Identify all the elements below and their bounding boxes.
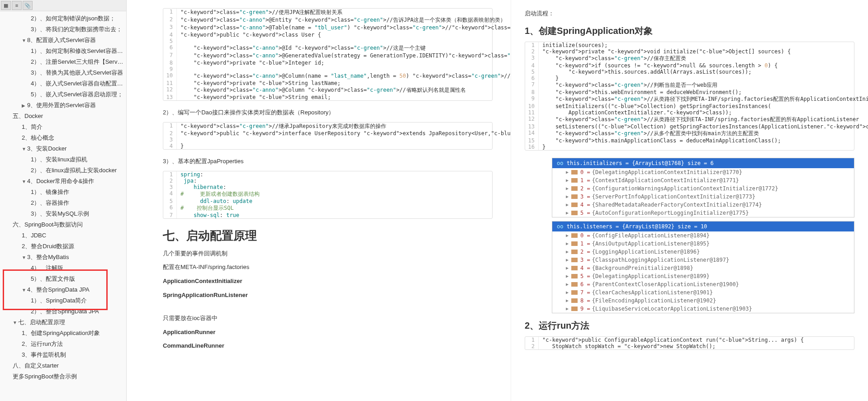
debug-row[interactable]: ▶5 = {DelegatingApplicationListener@1899… bbox=[552, 272, 854, 280]
tree-item[interactable]: 3）、替换为其他嵌入式Servlet容器 bbox=[0, 67, 126, 78]
tree-item[interactable]: ▼4、Docker常用命令&操作 bbox=[0, 176, 126, 187]
debug-listeners: oo this.listeners = {ArrayList@1892} siz… bbox=[552, 221, 854, 313]
tree-item[interactable]: 2）、注册Servlet三大组件【Servlet、Filter、Listener… bbox=[0, 57, 126, 67]
code-block-repo: 1"c-keyword">class="c-green">//继承JpaRepo… bbox=[163, 122, 493, 150]
p-aci: ApplicationContextInitializer bbox=[163, 277, 493, 286]
tree-item[interactable]: 4）、嵌入式Servlet容器自动配置原理； bbox=[0, 78, 126, 89]
sidebar: ▦ ≡ 📎 2）、如何定制错误的json数据；3）、将我们的定制数据携带出去；▼… bbox=[0, 0, 127, 401]
tree-item[interactable]: 3）、将我们的定制数据携带出去； bbox=[0, 24, 126, 35]
debug-row[interactable]: ▶1 = {ContextIdApplicationContextInitial… bbox=[552, 176, 854, 184]
p-ar: ApplicationRunner bbox=[163, 328, 493, 337]
debug-row[interactable]: ▶1 = {AnsiOutputApplicationListener@1895… bbox=[552, 240, 854, 248]
debug-row[interactable]: ▶7 = {ClearCachesApplicationListener@190… bbox=[552, 288, 854, 297]
content-left: 1"c-keyword">class="c-green">//使用JPA注解配置… bbox=[127, 0, 511, 401]
outline-tree: 2）、如何定制错误的json数据；3）、将我们的定制数据携带出去；▼8、配置嵌入… bbox=[0, 11, 126, 384]
tree-item[interactable]: 1、JDBC bbox=[0, 230, 126, 241]
tree-item[interactable]: 2）、容器操作 bbox=[0, 198, 126, 208]
p-clr: CommandLineRunner bbox=[163, 341, 493, 351]
tree-item[interactable]: 五、Docker bbox=[0, 111, 126, 122]
tree-item[interactable]: 1）、镜像操作 bbox=[0, 187, 126, 198]
tree-item[interactable]: ▼3、整合MyBatis bbox=[0, 252, 126, 263]
p-ioc: 只需要放在ioc容器中 bbox=[163, 314, 493, 323]
p-sarl: SpringApplicationRunListener bbox=[163, 291, 493, 300]
heading-seven: 七、启动配置原理 bbox=[163, 228, 493, 244]
debug-header: oo this.listeners = {ArrayList@1892} siz… bbox=[552, 222, 854, 231]
p-meta: 配置在META-INF/spring.factories bbox=[163, 263, 493, 272]
tree-item[interactable]: 2、整合Druid数据源 bbox=[0, 241, 126, 252]
tree-item[interactable]: 2）、在linux虚拟机上安装docker bbox=[0, 165, 126, 176]
list-view-icon[interactable]: ≡ bbox=[12, 1, 22, 10]
tree-item[interactable]: 5）、嵌入式Servlet容器启动原理； bbox=[0, 89, 126, 100]
p-flow: 启动流程： bbox=[525, 9, 854, 19]
para-jpa: 3）、基本的配置JpaProperties bbox=[163, 157, 493, 166]
debug-row[interactable]: ▶4 = {BackgroundPreinitializer@1898} bbox=[552, 264, 854, 272]
tree-item[interactable]: 2）、如何定制错误的json数据； bbox=[0, 13, 126, 24]
tree-item[interactable]: ▶9、使用外置的Servlet容器 bbox=[0, 100, 126, 111]
tree-item[interactable]: ▼4、整合SpringData JPA bbox=[0, 284, 126, 295]
debug-row[interactable]: ▶0 = {ConfigFileApplicationListener@1894… bbox=[552, 231, 854, 240]
tree-item[interactable]: 1）、安装linux虚拟机 bbox=[0, 154, 126, 165]
para-dao: 2）、编写一个Dao接口来操作实体类对应的数据表（Repository） bbox=[163, 108, 493, 118]
tree-item[interactable]: 4）、注解版 bbox=[0, 263, 126, 274]
debug-initializers: oo this.initializers = {ArrayList@1768} … bbox=[552, 158, 854, 217]
p-callback: 几个重要的事件回调机制 bbox=[163, 249, 493, 259]
tree-item[interactable]: 八、自定义starter bbox=[0, 360, 126, 371]
tree-item[interactable]: 1）、如何定制和修改Servlet容器的相关配置； bbox=[0, 46, 126, 57]
tree-item[interactable]: 1）、SpringData简介 bbox=[0, 295, 126, 306]
debug-row[interactable]: ▶9 = {LiquibaseServiceLocatorApplication… bbox=[552, 305, 854, 313]
debug-row[interactable]: ▶3 = {ServerPortInfoApplicationContextIn… bbox=[552, 193, 854, 201]
code-block-yaml: 1spring:2 jpa:3 hibernate:4# 更新或者创建数据表结构… bbox=[163, 171, 493, 219]
tree-item[interactable]: ▼七、启动配置原理 bbox=[0, 317, 126, 328]
tree-item[interactable]: 2、核心概念 bbox=[0, 132, 126, 143]
tree-item[interactable]: 六、SpringBoot与数据访问 bbox=[0, 219, 126, 230]
tree-item[interactable]: 5）、配置文件版 bbox=[0, 274, 126, 284]
code-block-init: 1initialize(sources);2"c-keyword">privat… bbox=[525, 42, 854, 151]
attach-icon[interactable]: 📎 bbox=[23, 1, 33, 10]
tree-item[interactable]: 更多SpringBoot整合示例 bbox=[0, 371, 126, 382]
tree-item[interactable]: 3）、安装MySQL示例 bbox=[0, 208, 126, 219]
tree-item[interactable]: 2、运行run方法 bbox=[0, 339, 126, 349]
debug-row[interactable]: ▶5 = {AutoConfigurationReportLoggingInit… bbox=[552, 209, 854, 217]
debug-row[interactable]: ▶2 = {ConfigurationWarningsApplicationCo… bbox=[552, 184, 854, 193]
content-right: 启动流程： 1、创建SpringApplication对象 1initializ… bbox=[511, 0, 868, 401]
tree-item[interactable]: 3、事件监听机制 bbox=[0, 349, 126, 360]
heading-run: 2、运行run方法 bbox=[525, 320, 854, 332]
debug-row[interactable]: ▶6 = {ParentContextCloserApplicationList… bbox=[552, 280, 854, 288]
debug-row[interactable]: ▶8 = {FileEncodingApplicationListener@19… bbox=[552, 297, 854, 305]
tree-item[interactable]: ▼3、安装Docker bbox=[0, 143, 126, 154]
heading-create: 1、创建SpringApplication对象 bbox=[525, 25, 854, 37]
debug-row[interactable]: ▶0 = {DelegatingApplicationContextInitia… bbox=[552, 168, 854, 176]
code-block-entity: 1"c-keyword">class="c-green">//使用JPA注解配置… bbox=[163, 8, 493, 101]
debug-row[interactable]: ▶4 = {SharedMetadataReaderFactoryContext… bbox=[552, 201, 854, 209]
grid-view-icon[interactable]: ▦ bbox=[1, 1, 11, 10]
debug-row[interactable]: ▶2 = {LoggingApplicationListener@1896} bbox=[552, 248, 854, 256]
tree-item[interactable]: 2）、整合SpringData JPA bbox=[0, 306, 126, 317]
tree-item[interactable]: 1、简介 bbox=[0, 122, 126, 132]
debug-header: oo this.initializers = {ArrayList@1768} … bbox=[552, 158, 854, 168]
sidebar-toolbar: ▦ ≡ 📎 bbox=[0, 0, 126, 11]
code-block-run: 1"c-keyword">public ConfigurableApplicat… bbox=[525, 336, 854, 350]
debug-row[interactable]: ▶3 = {ClasspathLoggingApplicationListene… bbox=[552, 256, 854, 264]
tree-item[interactable]: 1、创建SpringApplication对象 bbox=[0, 328, 126, 339]
tree-item[interactable]: ▼8、配置嵌入式Servlet容器 bbox=[0, 35, 126, 46]
